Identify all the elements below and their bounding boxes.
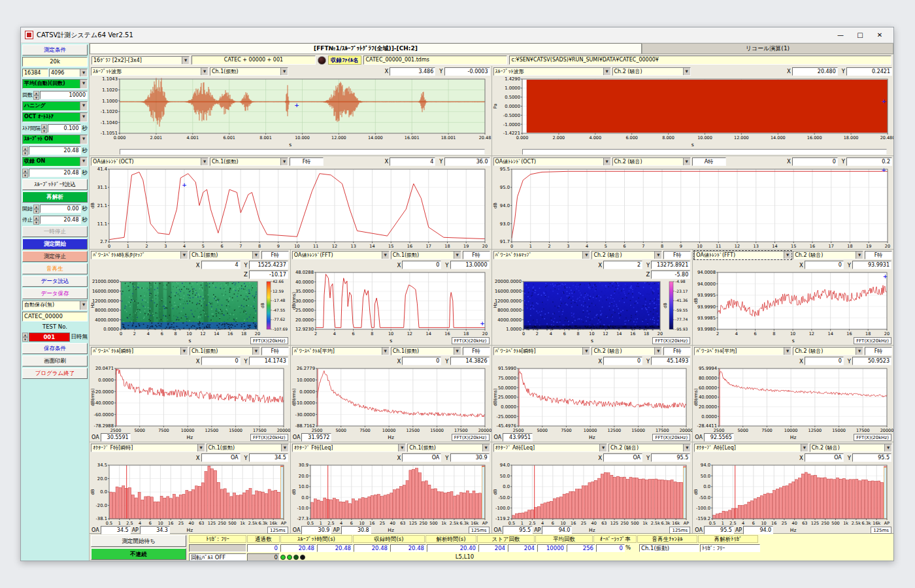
plot-area[interactable]: +48.028840.000035.000030.000025.000020.0… bbox=[291, 270, 491, 336]
fft-points-dropdown[interactable]: 4096▼ bbox=[49, 69, 88, 77]
chart-type-dropdown[interactable]: ﾊﾟﾜｰｽﾍﾟｸﾄﾙﾏｯﾌﾟ▼ bbox=[493, 251, 591, 259]
oa-value[interactable]: 30.5591 bbox=[101, 433, 131, 442]
cursor-x-value[interactable]: OA bbox=[603, 453, 642, 462]
spinner-buttons[interactable]: ▲▼ bbox=[41, 124, 47, 133]
plot-area[interactable]: +94.000894.000093.999593.999093.998593.9… bbox=[693, 270, 893, 336]
data-save-button[interactable]: データ保存 bbox=[22, 288, 88, 299]
tab-recall-calc[interactable]: リコール演算(1) bbox=[642, 43, 893, 54]
channel-dropdown[interactable]: Ch.1(振動)▼ bbox=[207, 444, 289, 452]
spinner-buttons[interactable]: ▲▼ bbox=[22, 169, 28, 178]
cursor-y-value[interactable]: 95.5 bbox=[852, 453, 891, 462]
cursor-y-value[interactable]: -0.0003 bbox=[444, 67, 490, 76]
plot-area[interactable]: +95.595.094.093.091.70123456789101112131… bbox=[492, 167, 894, 249]
cursor-y-value[interactable]: 0.2 bbox=[846, 157, 892, 166]
chart-type-dropdown[interactable]: ﾊﾟﾜｰｽﾍﾟｸﾄﾙ[平均]▼ bbox=[292, 347, 390, 355]
cursor-y-value[interactable]: 36.0 bbox=[444, 157, 490, 166]
oa-value[interactable]: 30.9 bbox=[301, 526, 331, 534]
chart-type-dropdown[interactable]: ﾊﾟﾜｰｽﾍﾟｸﾄﾙ[平均]▼ bbox=[694, 347, 791, 355]
cursor-y-value[interactable]: 1525.4237 bbox=[249, 261, 288, 269]
cursor-x-value[interactable]: 3.486 bbox=[390, 67, 435, 76]
status-cell[interactable]: 20.48 bbox=[317, 544, 353, 552]
maximize-button[interactable]: □ bbox=[850, 28, 870, 42]
weighting-field[interactable]: F特 bbox=[865, 251, 892, 259]
measure-start-button[interactable]: 測定開始 bbox=[22, 238, 88, 250]
cursor-x-value[interactable]: 0 bbox=[603, 357, 642, 365]
cursor-y-value[interactable]: 13.0000 bbox=[450, 261, 490, 269]
record-button[interactable] bbox=[318, 56, 326, 65]
plot-area[interactable]: +1.10431.10201.1000-1.1020-1.1040-1.1051… bbox=[90, 76, 491, 140]
cursor-x-value[interactable]: OA bbox=[805, 453, 844, 462]
spinner-buttons[interactable]: ▲▼ bbox=[22, 146, 28, 155]
plot-area[interactable]: +41.431.121.111.12.701234567891011121314… bbox=[90, 167, 491, 249]
status-cell[interactable]: Ch.1(振動) bbox=[639, 544, 699, 552]
ap-value[interactable]: 34.3 bbox=[140, 526, 170, 534]
channel-dropdown[interactable]: Ch.2 (騒音)▼ bbox=[612, 67, 691, 76]
cursor-x-value[interactable]: 20.480 bbox=[792, 67, 838, 76]
status-cell[interactable]: 20.48 bbox=[390, 544, 426, 552]
chart-type-dropdown[interactable]: ｵｸﾀｰﾌﾞ F特[Leq]▼ bbox=[292, 444, 407, 452]
cursor-y-value[interactable]: 14.1743 bbox=[249, 357, 288, 365]
plot-area[interactable]: 34.520.00.0-20.0-38.10.512.5461016254063… bbox=[90, 463, 290, 526]
ap-value[interactable]: 94.0 bbox=[743, 526, 773, 534]
record-on-dropdown[interactable]: 収録 ON▼ bbox=[22, 157, 88, 167]
start-time-spinner-value[interactable]: 0.00 bbox=[40, 204, 81, 213]
oa-value[interactable]: 34.5 bbox=[101, 526, 131, 534]
record-file-field[interactable]: CATEC_00000_001.tdms bbox=[363, 56, 507, 65]
stop-time-spinner-value[interactable]: 20.48 bbox=[40, 216, 81, 224]
throughput-time-spinner-value[interactable]: 20.48 bbox=[29, 146, 81, 155]
weighting-field[interactable]: A特 bbox=[692, 157, 726, 166]
throughput-data-load-button[interactable]: ｽﾙｰﾌﾟｯﾄﾃﾞｰﾀ読込 bbox=[22, 179, 88, 190]
chart-type-dropdown[interactable]: OA値ﾄﾚﾝﾄﾞ(OCT)▼ bbox=[91, 157, 208, 166]
test-no-field-value[interactable]: 001 bbox=[29, 333, 70, 342]
average-count-spinner-value[interactable]: 10000 bbox=[40, 91, 88, 99]
sound-play-button[interactable]: 音再生 bbox=[22, 263, 88, 274]
h-scrollbar[interactable] bbox=[522, 149, 888, 155]
spinner-buttons[interactable]: ▲▼ bbox=[33, 204, 39, 214]
minimize-button[interactable]: — bbox=[831, 28, 850, 42]
cursor-x-value[interactable]: 4 bbox=[390, 157, 435, 166]
cursor-x-value[interactable]: 0 bbox=[805, 357, 844, 365]
chart-type-dropdown[interactable]: OA値ﾄﾚﾝﾄﾞ(FFT)▼ bbox=[292, 251, 390, 259]
channel-dropdown[interactable]: Ch.2 (騒音)▼ bbox=[810, 444, 892, 452]
channel-dropdown[interactable]: Ch.2 (騒音)▼ bbox=[793, 347, 863, 355]
tab-fft-throughput[interactable]: [FFT№1/ｽﾙｰﾌﾟｯﾄｸﾞﾗﾌ(全域)]-[CH:2] bbox=[90, 43, 642, 54]
status-cell[interactable]: 回転ﾊﾟﾙｽ OFF bbox=[189, 553, 246, 561]
status-button[interactable]: 不連続 bbox=[91, 548, 186, 560]
chart-type-dropdown[interactable]: ｵｸﾀｰﾌﾞ A特[Leq]▼ bbox=[694, 444, 808, 452]
ap-value[interactable]: 94.0 bbox=[542, 526, 572, 534]
measure-stop-button[interactable]: 測定停止 bbox=[22, 251, 88, 262]
cursor-x-value[interactable]: OA bbox=[402, 453, 441, 462]
weighting-field[interactable]: F特 bbox=[463, 251, 490, 259]
screen-print-button[interactable]: 画面印刷 bbox=[22, 355, 88, 367]
average-mode-dropdown[interactable]: 平均(自動)(回数)▼ bbox=[22, 79, 88, 89]
data-path-field[interactable]: c:¥SEN¥CATSV(SADS)¥RUN_SUMI¥DATA¥CATEC_0… bbox=[509, 56, 892, 65]
channel-dropdown[interactable]: Ch.2 (騒音)▼ bbox=[591, 251, 662, 259]
oa-value[interactable]: 95.5 bbox=[704, 526, 734, 534]
cursor-x-value[interactable]: 2 bbox=[603, 261, 642, 269]
status-button[interactable]: 測定開始待ち bbox=[91, 535, 186, 547]
cursor-y-value[interactable]: 14.3826 bbox=[450, 357, 490, 365]
cursor-y-value[interactable]: 50.9523 bbox=[852, 357, 891, 365]
chart-type-dropdown[interactable]: ｵｸﾀｰﾌﾞ A特[Leq]▼ bbox=[493, 444, 608, 452]
cursor-y-value[interactable]: 93.9931 bbox=[852, 261, 891, 269]
channel-dropdown[interactable]: Ch.2 (騒音)▼ bbox=[612, 157, 691, 166]
chart-type-dropdown[interactable]: ﾊﾟﾜｰｽﾍﾟｸﾄﾙ[瞬時]▼ bbox=[91, 347, 188, 355]
status-cell[interactable]: 20.48 bbox=[280, 544, 316, 552]
channel-dropdown[interactable]: Ch.1(振動)▼ bbox=[391, 347, 461, 355]
status-cell[interactable]: 204 bbox=[508, 544, 537, 552]
cursor-y-value[interactable]: 0.2421 bbox=[846, 67, 892, 76]
plot-area[interactable]: 21000.000016000.000012000.00008000.00004… bbox=[90, 279, 290, 336]
cursor-x-value[interactable]: 4 bbox=[201, 261, 241, 269]
cursor-y-value[interactable]: 95.5 bbox=[651, 453, 690, 462]
status-cell[interactable]: 256 bbox=[567, 544, 595, 552]
cursor-z-value[interactable]: -5.80 bbox=[651, 270, 690, 279]
chart-type-dropdown[interactable]: ﾊﾟﾜｰｽﾍﾟｸﾄﾙ[瞬時]▼ bbox=[493, 347, 591, 355]
channel-dropdown[interactable]: Ch.2 (騒音)▼ bbox=[608, 444, 691, 452]
plot-area[interactable]: 95.999480.000060.000040.000020.00000.000… bbox=[693, 366, 893, 433]
channel-dropdown[interactable]: Ch.1(振動)▼ bbox=[407, 444, 490, 452]
spinner-buttons[interactable]: ▲▼ bbox=[33, 216, 39, 225]
cursor-x-value[interactable]: 0 bbox=[402, 357, 441, 365]
plot-area[interactable]: 91.599075.000050.000025.00000.0000-25.00… bbox=[492, 366, 693, 433]
plot-area[interactable]: +1.42901.00000.50000.0000-0.5000-1.0000-… bbox=[492, 76, 894, 140]
status-cell[interactable]: 0 bbox=[596, 544, 625, 552]
